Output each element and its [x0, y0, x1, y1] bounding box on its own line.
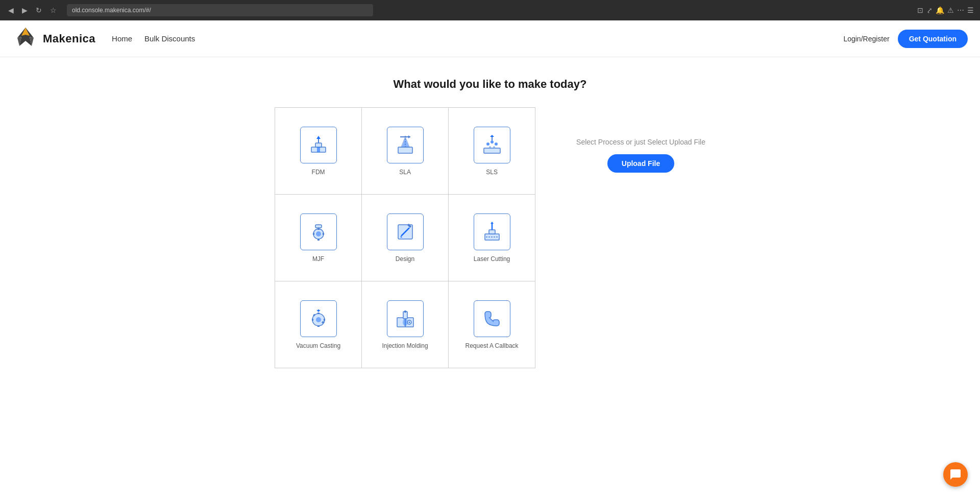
nav-home[interactable]: Home — [112, 34, 132, 43]
design-icon-box — [387, 213, 424, 250]
callback-label: Request A Callback — [465, 342, 519, 349]
svg-point-23 — [316, 231, 321, 236]
mjf-icon-box — [300, 213, 337, 250]
svg-point-16 — [491, 140, 494, 144]
vacuum-casting-icon-box — [300, 300, 337, 337]
svg-point-56 — [408, 321, 410, 323]
service-grid: FDM SLA — [275, 107, 535, 368]
svg-point-15 — [486, 142, 489, 146]
svg-rect-5 — [315, 143, 322, 147]
login-register-link[interactable]: Login/Register — [843, 35, 889, 43]
svg-marker-13 — [408, 135, 410, 138]
nav-bookmark-button[interactable]: ☆ — [48, 4, 59, 16]
browser-chrome: ◀ ▶ ↻ ☆ old.console.makenica.com/#/ ⊡⤤🔔⚠… — [0, 0, 980, 20]
fdm-icon-box — [300, 127, 337, 163]
browser-actions: ⊡⤤🔔⚠⋯☰ — [917, 6, 974, 14]
service-cell-vacuum-casting[interactable]: Vacuum Casting — [275, 281, 362, 368]
nav-back-button[interactable]: ◀ — [6, 4, 16, 16]
service-cell-injection-molding[interactable]: Injection Molding — [362, 281, 449, 368]
sls-icon — [480, 133, 504, 157]
svg-rect-9 — [398, 147, 412, 153]
upload-file-button[interactable]: Upload File — [607, 154, 674, 173]
laser-cutting-label: Laser Cutting — [474, 255, 510, 263]
mjf-label: MJF — [312, 255, 324, 263]
design-icon — [393, 220, 418, 244]
svg-rect-53 — [404, 311, 406, 313]
address-bar[interactable]: old.console.makenica.com/#/ — [67, 4, 373, 16]
svg-point-19 — [493, 146, 495, 148]
sla-label: SLA — [399, 169, 411, 176]
main-content: What would you like to make today? FDM — [0, 57, 980, 389]
nav-refresh-button[interactable]: ↻ — [34, 4, 44, 16]
callback-icon — [480, 306, 504, 331]
injection-molding-icon — [393, 306, 418, 331]
svg-point-18 — [489, 146, 491, 148]
callback-icon-box — [474, 300, 510, 337]
svg-rect-29 — [323, 233, 324, 235]
page-title: What would you like to make today? — [394, 78, 587, 91]
sls-icon-box — [474, 127, 510, 163]
logo-icon — [12, 26, 39, 52]
svg-marker-21 — [490, 135, 494, 137]
svg-rect-42 — [317, 325, 320, 327]
app-header: Makenica Home Bulk Discounts Login/Regis… — [0, 20, 980, 57]
logo-text: Makenica — [43, 32, 95, 45]
sla-icon-box — [387, 127, 424, 163]
svg-rect-41 — [317, 313, 320, 314]
svg-rect-43 — [312, 319, 313, 321]
service-cell-callback[interactable]: Request A Callback — [449, 281, 535, 368]
svg-rect-35 — [489, 230, 495, 234]
vacuum-casting-label: Vacuum Casting — [296, 342, 340, 349]
chat-bubble[interactable] — [943, 462, 968, 487]
service-cell-design[interactable]: Design — [362, 195, 449, 281]
svg-rect-44 — [324, 319, 325, 321]
main-nav: Home Bulk Discounts — [112, 34, 195, 43]
right-panel: Select Process or just Select Upload Fil… — [576, 107, 705, 173]
svg-point-17 — [495, 142, 498, 146]
injection-molding-label: Injection Molding — [382, 342, 428, 349]
content-layout: FDM SLA — [275, 107, 705, 368]
svg-marker-37 — [491, 222, 494, 224]
service-cell-fdm[interactable]: FDM — [275, 108, 362, 195]
sla-icon — [393, 133, 418, 157]
service-cell-sla[interactable]: SLA — [362, 108, 449, 195]
service-cell-laser-cutting[interactable]: Laser Cutting — [449, 195, 535, 281]
mjf-icon — [306, 220, 331, 244]
laser-cutting-icon-box — [474, 213, 510, 250]
vacuum-casting-icon — [306, 306, 331, 331]
svg-rect-27 — [317, 228, 320, 230]
nav-forward-button[interactable]: ▶ — [20, 4, 30, 16]
header-right: Login/Register Get Quotation — [843, 30, 968, 48]
chat-icon — [949, 468, 962, 481]
svg-point-40 — [316, 317, 321, 322]
get-quotation-button[interactable]: Get Quotation — [898, 30, 968, 48]
design-label: Design — [396, 255, 414, 263]
fdm-icon — [306, 133, 331, 157]
svg-marker-7 — [316, 136, 321, 139]
service-cell-mjf[interactable]: MJF — [275, 195, 362, 281]
right-panel-text: Select Process or just Select Upload Fil… — [576, 138, 705, 146]
logo-area: Makenica — [12, 26, 95, 52]
sls-label: SLS — [486, 169, 498, 176]
injection-molding-icon-box — [387, 300, 424, 337]
laser-cutting-icon — [480, 220, 504, 244]
svg-rect-28 — [313, 233, 314, 235]
service-cell-sls[interactable]: SLS — [449, 108, 535, 195]
svg-rect-26 — [317, 239, 320, 241]
fdm-label: FDM — [312, 169, 325, 176]
nav-bulk-discounts[interactable]: Bulk Discounts — [144, 34, 195, 43]
svg-rect-14 — [484, 148, 500, 153]
svg-rect-24 — [315, 225, 322, 228]
svg-rect-8 — [317, 147, 320, 152]
svg-rect-52 — [403, 312, 407, 319]
